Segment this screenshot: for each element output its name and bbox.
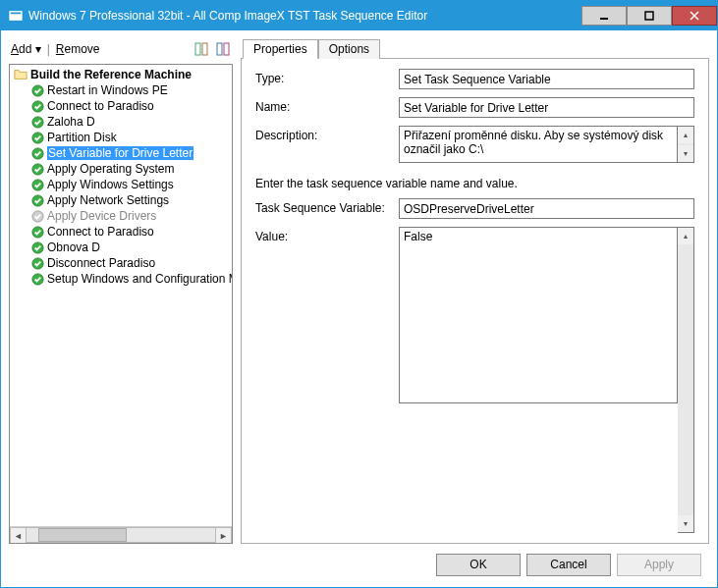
app-icon <box>9 9 23 23</box>
tree-item[interactable]: Disconnect Paradiso <box>10 255 232 271</box>
close-button[interactable] <box>672 6 717 26</box>
tree-item[interactable]: Connect to Paradiso <box>10 98 232 114</box>
tree-item[interactable]: Set Variable for Drive Letter <box>10 145 232 161</box>
dialog-buttons: OK Cancel Apply <box>9 544 709 579</box>
name-input[interactable] <box>399 97 694 118</box>
task-tree[interactable]: Build the Reference MachineRestart in Wi… <box>9 64 233 544</box>
horizontal-scrollbar[interactable]: ◄ ► <box>10 526 232 543</box>
tree-item[interactable]: Obnova D <box>10 240 232 255</box>
remove-button[interactable]: Remove <box>56 42 100 56</box>
instruction-text: Enter the task sequence variable name an… <box>255 177 694 190</box>
titlebar[interactable]: Windows 7 Professional 32bit - All Comp … <box>1 1 717 30</box>
scroll-left-button[interactable]: ◄ <box>10 527 27 544</box>
apply-button: Apply <box>617 554 701 576</box>
ok-button[interactable]: OK <box>436 554 521 576</box>
svg-rect-8 <box>217 43 222 55</box>
tab-properties[interactable]: Properties <box>243 39 318 59</box>
svg-rect-3 <box>645 12 653 20</box>
add-menu[interactable]: Add ▾ <box>11 42 41 56</box>
tree-item[interactable]: Apply Operating System <box>10 161 232 177</box>
scroll-thumb[interactable] <box>38 528 127 542</box>
tree-item[interactable]: Zaloha D <box>10 114 232 130</box>
value-label: Value: <box>255 227 393 533</box>
tab-options[interactable]: Options <box>318 39 380 59</box>
scroll-right-button[interactable]: ► <box>215 527 232 544</box>
description-scrollbar[interactable]: ▴ ▾ <box>678 126 694 163</box>
svg-rect-6 <box>195 43 200 55</box>
scroll-down-icon[interactable]: ▾ <box>678 515 693 532</box>
tree-item[interactable]: Restart in Windows PE <box>10 82 232 98</box>
maximize-button[interactable] <box>627 6 672 26</box>
task-sequence-editor-window: Windows 7 Professional 32bit - All Comp … <box>0 0 718 588</box>
tree-root[interactable]: Build the Reference Machine <box>10 67 232 82</box>
properties-tab-body: Type: Set Task Sequence Variable Name: D… <box>241 59 709 544</box>
description-label: Description: <box>255 126 393 142</box>
minimize-button[interactable] <box>581 6 627 26</box>
name-label: Name: <box>255 97 393 114</box>
type-label: Type: <box>255 69 393 85</box>
move-down-icon[interactable] <box>215 41 231 57</box>
tree-item[interactable]: Partition Disk <box>10 130 232 145</box>
tree-item[interactable]: Apply Windows Settings <box>10 177 232 192</box>
tree-item[interactable]: Connect to Paradiso <box>10 224 232 240</box>
window-title: Windows 7 Professional 32bit - All Comp … <box>28 9 581 23</box>
cancel-button[interactable]: Cancel <box>526 554 611 576</box>
scroll-up-icon[interactable]: ▴ <box>678 127 693 143</box>
move-up-icon[interactable] <box>193 41 209 57</box>
tree-item[interactable]: Setup Windows and Configuration Manager <box>10 271 232 287</box>
tab-strip: Properties Options <box>241 38 709 59</box>
scroll-up-icon[interactable]: ▴ <box>678 228 693 244</box>
svg-rect-1 <box>11 13 22 15</box>
value-textarea[interactable]: False <box>399 227 678 403</box>
tree-item[interactable]: Apply Device Drivers <box>10 208 232 224</box>
tsvar-input[interactable] <box>399 198 694 219</box>
scroll-track[interactable] <box>27 527 215 543</box>
svg-rect-9 <box>224 43 229 55</box>
svg-rect-7 <box>202 43 207 55</box>
left-pane: Add ▾ | Remove Build the Reference Machi… <box>9 38 233 544</box>
description-textarea[interactable]: Přiřazení proměnné disku. Aby se systémo… <box>399 126 678 163</box>
tsvar-label: Task Sequence Variable: <box>255 198 393 215</box>
scroll-down-icon[interactable]: ▾ <box>678 145 693 162</box>
tree-item[interactable]: Apply Network Settings <box>10 192 232 208</box>
tree-toolbar: Add ▾ | Remove <box>9 38 233 60</box>
type-value: Set Task Sequence Variable <box>399 69 694 89</box>
value-scrollbar[interactable]: ▴ ▾ <box>678 227 694 533</box>
client-area: Add ▾ | Remove Build the Reference Machi… <box>1 30 717 587</box>
properties-pane: Properties Options Type: Set Task Sequen… <box>241 38 709 544</box>
